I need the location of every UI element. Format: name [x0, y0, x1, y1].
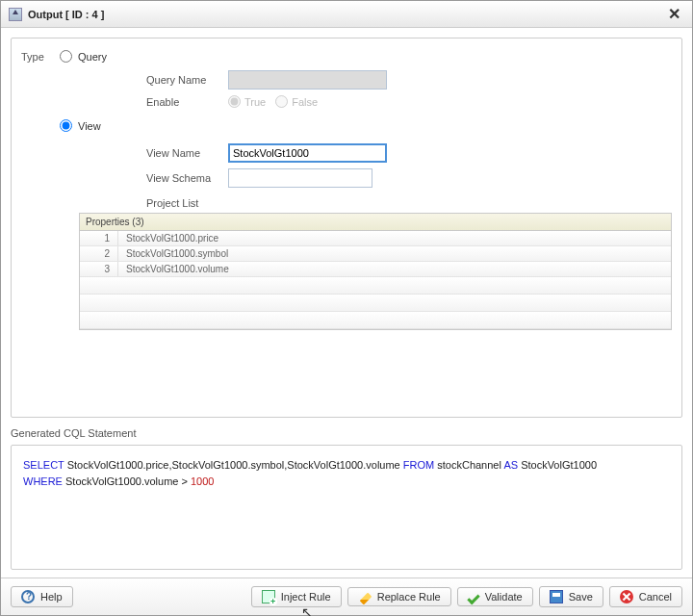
- generated-label: Generated CQL Statement: [11, 427, 682, 439]
- project-list-label: Project List: [146, 197, 672, 209]
- help-button[interactable]: Help: [11, 586, 73, 607]
- enable-label: Enable: [146, 96, 228, 108]
- view-name-input[interactable]: [228, 143, 387, 163]
- enable-true: True: [228, 95, 266, 108]
- cancel-button[interactable]: Cancel: [609, 586, 682, 607]
- table-row: [80, 312, 671, 329]
- close-icon[interactable]: ✕: [664, 5, 684, 23]
- validate-button[interactable]: Validate: [457, 587, 533, 606]
- table-row: [80, 295, 671, 312]
- cql-statement: SELECT StockVolGt1000.price,StockVolGt10…: [23, 457, 670, 489]
- view-name-label: View Name: [146, 147, 228, 159]
- query-name-label: Query Name: [146, 74, 228, 86]
- table-row[interactable]: 3 StockVolGt1000.volume: [80, 262, 671, 277]
- enable-false: False: [275, 95, 318, 108]
- dialog-title: Output [ ID : 4 ]: [28, 9, 664, 20]
- pencil-icon: [359, 593, 372, 605]
- enable-false-label: False: [292, 96, 318, 108]
- query-name-input: [228, 70, 387, 90]
- table-header: Properties (3): [80, 214, 671, 231]
- radio-query[interactable]: Query: [60, 50, 107, 63]
- radio-query-label: Query: [78, 51, 107, 63]
- cancel-icon: [620, 590, 633, 603]
- radio-view-input[interactable]: [60, 119, 72, 132]
- view-schema-label: View Schema: [146, 172, 228, 184]
- enable-false-input: [275, 95, 288, 108]
- table-row[interactable]: 1 StockVolGt1000.price: [80, 231, 671, 246]
- type-label: Type: [21, 48, 60, 63]
- radio-view[interactable]: View: [60, 119, 672, 132]
- home-icon: [9, 8, 22, 21]
- radio-query-input[interactable]: [60, 50, 72, 63]
- save-icon: [550, 590, 563, 603]
- cursor-icon: ↖: [301, 604, 313, 616]
- help-icon: [21, 590, 35, 603]
- view-schema-input[interactable]: [228, 168, 372, 188]
- table-row[interactable]: 2 StockVolGt1000.symbol: [80, 246, 671, 262]
- replace-rule-button[interactable]: Replace Rule: [347, 587, 451, 606]
- check-icon: [467, 591, 479, 603]
- save-button[interactable]: Save: [539, 586, 603, 607]
- radio-view-label: View: [78, 120, 101, 132]
- table-row: [80, 277, 671, 295]
- properties-table: Properties (3) 1 StockVolGt1000.price 2 …: [79, 213, 672, 330]
- inject-rule-button[interactable]: Inject Rule ↖: [251, 586, 342, 607]
- enable-true-label: True: [244, 96, 266, 108]
- enable-true-input: [228, 95, 241, 108]
- document-plus-icon: [262, 590, 275, 603]
